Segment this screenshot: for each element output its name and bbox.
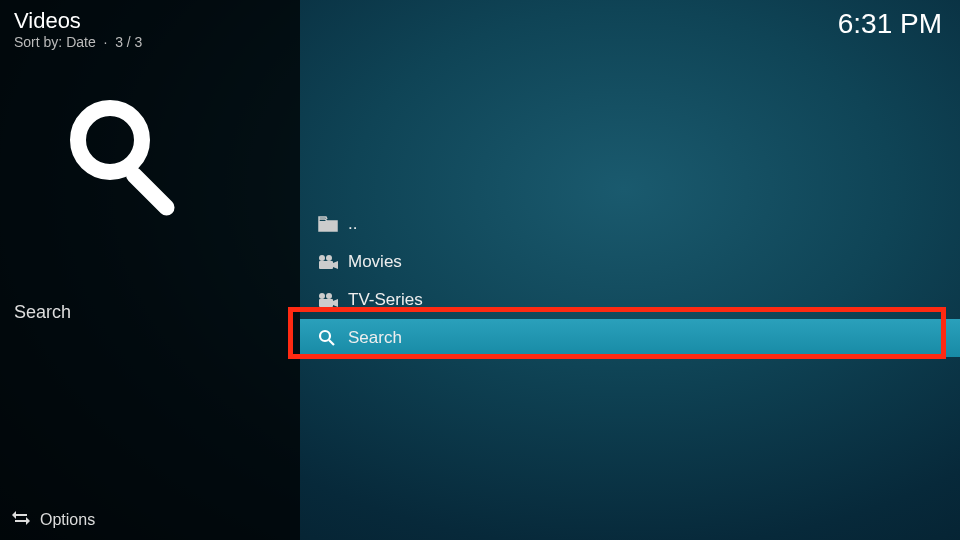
svg-point-12	[326, 293, 332, 299]
options-label: Options	[40, 511, 95, 529]
options-button[interactable]: Options	[0, 500, 300, 540]
page-title: Videos	[14, 8, 81, 34]
svg-marker-14	[333, 299, 338, 307]
selected-item-label: Search	[14, 302, 71, 323]
sort-label: Sort by: Date	[14, 34, 96, 50]
list-item-label: Movies	[348, 252, 960, 272]
sort-info: Sort by: Date · 3 / 3	[14, 34, 142, 50]
svg-rect-6	[319, 221, 337, 231]
content-list: .. Movies TV-Series Sea	[300, 205, 960, 357]
list-item-parent[interactable]: ..	[300, 205, 960, 243]
svg-point-11	[319, 293, 325, 299]
svg-line-16	[329, 340, 334, 345]
options-icon	[12, 509, 40, 531]
svg-point-0	[78, 108, 142, 172]
item-count: 3 / 3	[115, 34, 142, 50]
svg-rect-4	[15, 514, 27, 516]
svg-marker-10	[333, 261, 338, 269]
list-item-search[interactable]: Search	[300, 319, 960, 357]
list-item-label: ..	[348, 214, 960, 234]
list-item-movies[interactable]: Movies	[300, 243, 960, 281]
list-item-label: Search	[348, 328, 960, 348]
svg-point-8	[326, 255, 332, 261]
svg-rect-13	[319, 299, 333, 307]
search-icon-large	[60, 95, 190, 239]
list-item-tvseries[interactable]: TV-Series	[300, 281, 960, 319]
video-camera-icon	[318, 254, 348, 270]
svg-point-15	[320, 331, 330, 341]
svg-rect-5	[15, 520, 27, 522]
folder-icon	[318, 216, 348, 232]
search-icon	[318, 329, 348, 347]
clock: 6:31 PM	[838, 8, 942, 40]
svg-point-7	[319, 255, 325, 261]
sidebar: Videos Sort by: Date · 3 / 3 Search Opti…	[0, 0, 300, 540]
video-camera-icon	[318, 292, 348, 308]
list-item-label: TV-Series	[348, 290, 960, 310]
svg-rect-9	[319, 261, 333, 269]
svg-rect-1	[123, 164, 178, 219]
